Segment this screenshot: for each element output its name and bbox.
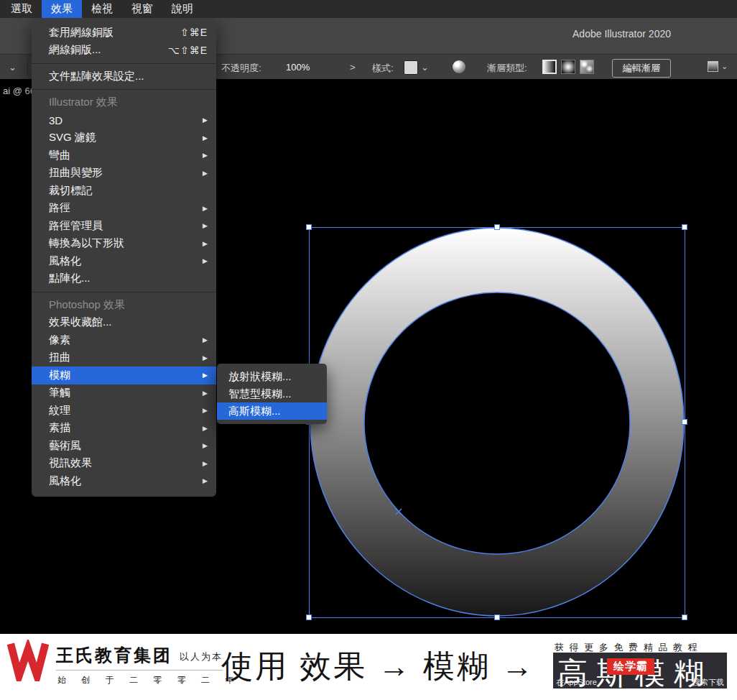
brand-subtitle: 始 创 于 二 零 零 二 年	[57, 674, 240, 686]
app-title: Adobe Illustrator 2020	[573, 28, 671, 40]
effect-menu-item-3[interactable]: 文件點陣效果設定...	[32, 68, 216, 86]
divider	[56, 670, 223, 671]
selection-handle[interactable]	[682, 225, 687, 230]
promo-text-line2-right: 搜索下载	[692, 677, 724, 688]
opacity-value-field[interactable]: 100%	[286, 62, 310, 73]
selection-handle[interactable]	[495, 615, 500, 620]
effect-menu-item-9[interactable]: 扭曲與變形▶	[32, 165, 216, 183]
submenu-arrow-icon: ▶	[203, 152, 208, 159]
effect-menu-item-27[interactable]: 風格化▶	[32, 472, 216, 490]
effect-menu-item-11[interactable]: 路徑▶	[32, 200, 216, 218]
menubar-item-1[interactable]: 效果	[42, 0, 82, 18]
divider	[27, 58, 28, 75]
effect-menu-item-12[interactable]: 路徑管理員▶	[32, 217, 216, 235]
panel-menu-dropdown[interactable]: ⌄	[708, 61, 728, 72]
submenu-arrow-icon: ▶	[203, 222, 208, 229]
selection-handle[interactable]	[682, 420, 687, 425]
style-swatch[interactable]	[404, 60, 418, 75]
menu-item-label: 路徑	[49, 201, 70, 215]
illustrator-window: 選取效果檢視視窗說明 Adobe Illustrator 2020 ⌄ 不透明度…	[0, 0, 737, 700]
linear-gradient-button[interactable]	[542, 60, 557, 74]
effect-menu-item-19[interactable]: 像素▶	[32, 331, 216, 349]
selection-handle[interactable]	[307, 225, 312, 230]
menu-item-label: 像素	[49, 333, 70, 347]
gradient-panel-icon	[708, 61, 718, 72]
submenu-arrow-icon: ▶	[203, 170, 208, 177]
effect-menu-item-21[interactable]: 模糊▶	[32, 367, 216, 384]
menubar-item-2[interactable]: 檢視	[82, 0, 122, 18]
effect-menu-item-23[interactable]: 紋理▶	[32, 402, 216, 420]
submenu-arrow-icon: ▶	[203, 134, 208, 142]
menu-item-label: 視訊效果	[49, 456, 92, 470]
effect-menu-item-22[interactable]: 筆觸▶	[32, 384, 216, 402]
effect-menu-item-14[interactable]: 風格化▶	[32, 252, 216, 270]
menu-item-label: 智慧型模糊...	[228, 387, 292, 401]
submenu-arrow-icon: ▶	[203, 390, 208, 397]
promo-text-line2-left: 在AppStore	[556, 677, 597, 688]
gradient-sphere-icon[interactable]	[453, 60, 465, 73]
menu-item-label: 筆觸	[49, 386, 70, 400]
chevron-down-icon[interactable]: ⌄	[9, 62, 17, 73]
menu-item-label: 風格化	[49, 254, 81, 268]
menu-item-label: 套用網線銅版	[49, 26, 113, 40]
menu-item-shortcut: ⇧⌘E	[180, 27, 208, 38]
selection-handle[interactable]	[307, 615, 312, 620]
menubar: 選取效果檢視視窗說明	[0, 0, 737, 18]
chevron-down-icon[interactable]: ⌄	[421, 62, 429, 73]
effect-menu-item-0[interactable]: 套用網線銅版⇧⌘E	[32, 24, 216, 42]
selection-handle[interactable]	[495, 225, 500, 230]
submenu-arrow-icon: ▶	[203, 257, 208, 264]
effect-menu-item-24[interactable]: 素描▶	[32, 420, 216, 438]
submenu-arrow-icon: ▶	[203, 240, 208, 247]
submenu-arrow-icon: ▶	[203, 425, 208, 432]
chevron-right-icon[interactable]: >	[350, 62, 356, 73]
brand-logo	[7, 640, 49, 681]
effect-menu-item-7[interactable]: SVG 濾鏡▶	[32, 129, 216, 147]
submenu-arrow-icon: ▶	[203, 407, 208, 414]
submenu-arrow-icon: ▶	[203, 336, 208, 344]
effect-menu-item-13[interactable]: 轉換為以下形狀▶	[32, 235, 216, 253]
style-label: 樣式:	[372, 62, 394, 75]
menu-separator	[32, 292, 216, 293]
menu-item-label: 網線銅版...	[49, 43, 101, 57]
effect-menu-item-6[interactable]: 3D▶	[32, 111, 216, 129]
selection-handle[interactable]	[682, 615, 687, 620]
effect-menu-item-15[interactable]: 點陣化...	[32, 270, 216, 288]
submenu-arrow-icon: ▶	[203, 442, 208, 449]
menu-item-label: Photoshop 效果	[49, 298, 125, 312]
menubar-item-3[interactable]: 視窗	[122, 0, 162, 18]
menu-separator	[32, 63, 216, 64]
menu-item-label: SVG 濾鏡	[49, 131, 96, 144]
radial-gradient-button[interactable]	[561, 60, 575, 74]
blur-submenu-item-2[interactable]: 高斯模糊...	[217, 402, 327, 420]
submenu-arrow-icon: ▶	[203, 354, 208, 361]
menubar-item-0[interactable]: 選取	[1, 0, 42, 18]
blur-submenu-item-0[interactable]: 放射狀模糊...	[217, 368, 327, 385]
menu-item-label: 路徑管理員	[49, 219, 103, 233]
effect-menu-item-20[interactable]: 扭曲▶	[32, 349, 216, 367]
effect-menu-item-18[interactable]: 效果收藏館...	[32, 314, 216, 332]
chevron-down-icon: ⌄	[721, 62, 728, 71]
menubar-item-4[interactable]: 說明	[162, 0, 203, 18]
gradient-type-label: 漸層類型:	[487, 62, 527, 75]
edit-gradient-button[interactable]: 編輯漸層	[612, 59, 671, 78]
menu-item-shortcut: ⌥⇧⌘E	[168, 45, 208, 56]
effect-menu-item-25[interactable]: 藝術風▶	[32, 437, 216, 455]
effect-menu-item-10[interactable]: 裁切標記	[32, 182, 216, 200]
blur-submenu-item-1[interactable]: 智慧型模糊...	[217, 385, 327, 402]
menu-item-label: 藝術風	[49, 439, 81, 453]
menu-separator	[32, 89, 216, 90]
menu-item-label: 素描	[49, 421, 70, 435]
menu-section-header: Photoshop 效果	[32, 296, 216, 314]
effect-menu-item-1[interactable]: 網線銅版...⌥⇧⌘E	[32, 42, 216, 60]
document-tab[interactable]: ai @ 66	[3, 86, 35, 96]
menu-item-label: 點陣化...	[49, 272, 91, 285]
effect-menu-item-8[interactable]: 彎曲▶	[32, 147, 216, 165]
tutorial-caption: 使用 效果 → 模糊 →	[221, 645, 535, 688]
submenu-arrow-icon: ▶	[203, 205, 208, 212]
freeform-gradient-button[interactable]	[580, 60, 594, 74]
effect-menu-item-26[interactable]: 視訊效果▶	[32, 455, 216, 473]
letter-o-shape[interactable]	[310, 228, 684, 616]
opacity-label: 不透明度:	[221, 62, 261, 75]
menu-item-label: 放射狀模糊...	[228, 370, 292, 384]
